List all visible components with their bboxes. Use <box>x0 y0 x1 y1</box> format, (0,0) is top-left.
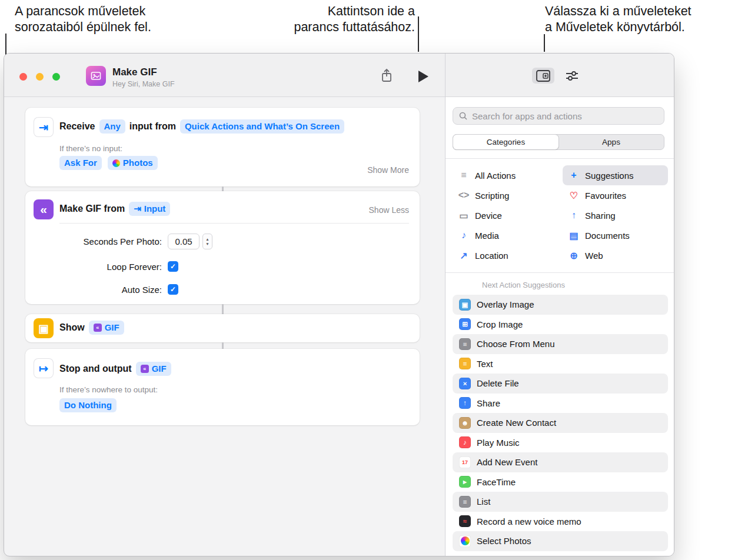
photos-glyph-icon <box>90 70 102 82</box>
divider <box>446 272 674 273</box>
list-item[interactable]: ≡ List <box>453 492 668 512</box>
action-library-panel: Search for apps and actions Categories A… <box>446 97 674 556</box>
category-device[interactable]: ▭ Device <box>453 205 558 225</box>
photos-token[interactable]: Photos <box>108 156 158 170</box>
action-library-button[interactable] <box>532 68 554 84</box>
category-documents[interactable]: ▤ Documents <box>563 225 668 245</box>
gif-variable-token[interactable]: « GIF <box>136 362 171 376</box>
tab-apps[interactable]: Apps <box>558 135 664 149</box>
run-shortcut-button[interactable] <box>418 71 428 82</box>
list-item[interactable]: × Delete File <box>453 374 668 394</box>
input-source-token[interactable]: Quick Actions and What’s On Screen <box>180 119 344 134</box>
suggestions-icon: + <box>568 170 580 181</box>
input-type-token[interactable]: Any <box>99 119 125 134</box>
action-card-show[interactable]: ▣ Show « GIF <box>25 314 420 342</box>
gif-variable-label: GIF <box>152 363 167 375</box>
list-item[interactable]: ⊞ Crop Image <box>453 315 668 335</box>
make-gif-header: Make GIF from ⇥ Input <box>59 202 170 216</box>
make-gif-keyword: Make GIF from <box>59 204 125 214</box>
scripting-icon: <> <box>458 190 470 201</box>
category-scripting[interactable]: <> Scripting <box>453 185 558 205</box>
tab-categories[interactable]: Categories <box>453 135 558 149</box>
zoom-button[interactable] <box>52 73 60 81</box>
make-gif-action-icon: « <box>34 199 54 219</box>
suggestion-label: Add New Event <box>477 457 537 467</box>
list-icon: ≡ <box>459 496 471 508</box>
annotation-line: Kattintson ide a <box>294 4 415 19</box>
music-note-icon: ♪ <box>458 230 470 241</box>
search-input[interactable]: Search for apps and actions <box>453 107 664 125</box>
input-variable-token[interactable]: ⇥ Input <box>129 202 170 216</box>
category-label: Web <box>585 251 603 261</box>
voice-memo-icon: ≈ <box>459 515 471 527</box>
stop-header: Stop and output « GIF <box>59 362 171 376</box>
list-item[interactable]: ≡ Choose From Menu <box>453 334 668 354</box>
list-item[interactable]: ▣ Overlay Image <box>453 295 668 315</box>
loop-forever-row: Loop Forever: ✓ <box>25 261 178 272</box>
do-nothing-token[interactable]: Do Nothing <box>59 398 117 412</box>
flow-connector <box>222 186 224 191</box>
show-more-toggle[interactable]: Show More <box>367 165 409 175</box>
list-item[interactable]: ≡ Text <box>453 354 668 374</box>
category-sharing[interactable]: ↑ Sharing <box>563 205 668 225</box>
library-tabs: Categories Apps <box>453 134 664 150</box>
show-less-toggle[interactable]: Show Less <box>369 205 409 215</box>
facetime-icon: ▸ <box>459 476 471 488</box>
shortcut-details-button[interactable] <box>564 69 580 83</box>
seconds-stepper[interactable]: ▲ ▼ <box>202 234 212 249</box>
suggestion-label: List <box>477 496 490 506</box>
auto-size-checkbox[interactable]: ✓ <box>168 284 178 295</box>
stepper-down-icon[interactable]: ▼ <box>205 242 209 246</box>
sharing-icon: ↑ <box>568 210 580 221</box>
search-placeholder: Search for apps and actions <box>472 111 582 121</box>
show-keyword: Show <box>59 322 85 333</box>
stepper-up-icon[interactable]: ▲ <box>205 237 209 242</box>
loop-forever-label: Loop Forever: <box>25 262 162 272</box>
loop-forever-checkbox[interactable]: ✓ <box>168 261 178 272</box>
titlebar: Make GIF Hey Siri, Make GIF <box>4 54 674 97</box>
overlay-image-icon: ▣ <box>459 299 471 311</box>
suggestion-label: Overlay Image <box>477 299 534 309</box>
annotation-line: Válassza ki a műveleteket <box>545 4 692 19</box>
receive-input-icon: ⇥ <box>34 117 54 137</box>
page-subtitle: Hey Siri, Make GIF <box>112 80 175 88</box>
seconds-per-photo-label: Seconds Per Photo: <box>25 236 162 246</box>
input-variable-icon: ⇥ <box>134 203 141 215</box>
seconds-per-photo-row: Seconds Per Photo: 0.05 ▲ ▼ <box>25 234 212 249</box>
action-card-receive[interactable]: ⇥ Receive Any input from Quick Actions a… <box>25 108 420 186</box>
list-item[interactable]: ♪ Play Music <box>453 433 668 453</box>
suggestion-label: Crop Image <box>477 319 523 329</box>
suggestions-header: Next Action Suggestions <box>482 281 565 289</box>
action-library-icon <box>536 70 550 82</box>
category-all-actions[interactable]: ≡ All Actions <box>453 165 558 185</box>
flow-connector <box>222 342 224 349</box>
create-new-contact-icon: ☻ <box>459 417 471 429</box>
gif-variable-icon: « <box>94 324 102 332</box>
action-card-stop-output[interactable]: ↦ Stop and output « GIF If there’s nowhe… <box>25 349 420 425</box>
seconds-per-photo-field[interactable]: 0.05 <box>168 234 200 249</box>
list-item[interactable]: Select Photos <box>453 531 668 551</box>
photos-flower-icon <box>461 536 470 545</box>
list-item[interactable]: ▸ FaceTime <box>453 472 668 492</box>
category-web[interactable]: ⊕ Web <box>563 245 668 265</box>
ask-for-token[interactable]: Ask For <box>59 156 102 170</box>
category-list: ≡ All Actions + Suggestions <> Scripting… <box>453 165 668 265</box>
share-button[interactable] <box>378 68 395 84</box>
list-item[interactable]: ≈ Record a new voice memo <box>453 512 668 532</box>
gif-variable-token[interactable]: « GIF <box>89 321 124 335</box>
category-suggestions[interactable]: + Suggestions <box>563 165 668 185</box>
action-card-make-gif[interactable]: « Make GIF from ⇥ Input Show Less Second… <box>25 191 420 304</box>
list-item[interactable]: 17 Add New Event <box>453 452 668 472</box>
category-favourites[interactable]: ♡ Favourites <box>563 185 668 205</box>
close-button[interactable] <box>19 73 27 81</box>
page-title: Make GIF <box>112 66 157 78</box>
no-output-label: If there’s nowhere to output: <box>59 385 158 394</box>
all-actions-icon: ≡ <box>458 170 470 181</box>
list-item[interactable]: ☻ Create New Contact <box>453 413 668 433</box>
category-location[interactable]: ↗ Location <box>453 245 558 265</box>
minimize-button[interactable] <box>36 73 44 81</box>
photos-token-label: Photos <box>123 157 153 169</box>
list-item[interactable]: ↑ Share <box>453 394 668 414</box>
category-media[interactable]: ♪ Media <box>453 225 558 245</box>
auto-size-row: Auto Size: ✓ <box>25 284 178 295</box>
